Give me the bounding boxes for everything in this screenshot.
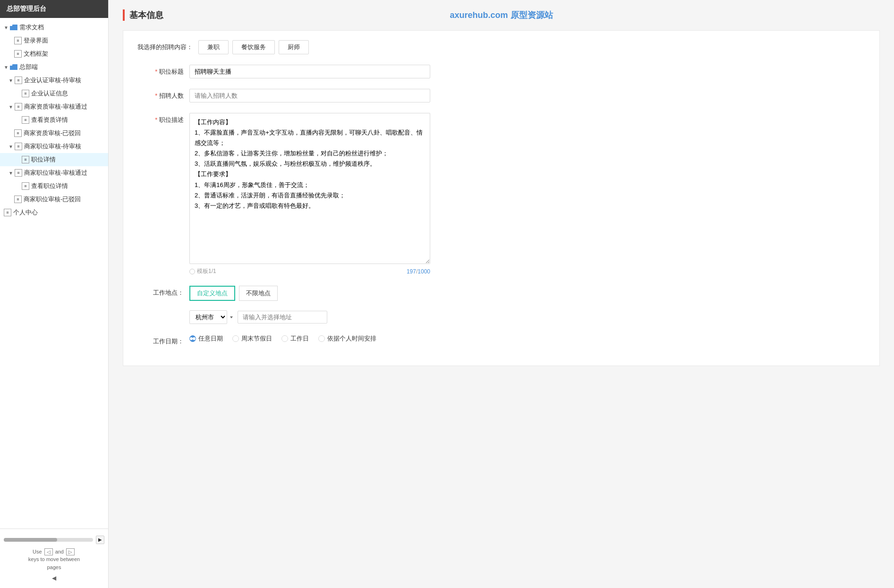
folder-icon bbox=[10, 64, 17, 70]
position-desc-row: 职位描述 【工作内容】 1、不露脸直播，声音互动+文字互动，直播内容无限制，可聊… bbox=[137, 113, 865, 275]
scroll-right-btn[interactable]: ▶ bbox=[96, 536, 104, 544]
radio-any-date-btn[interactable] bbox=[189, 335, 196, 342]
position-title-input[interactable] bbox=[189, 65, 430, 78]
sidebar-item-merchant-pos-audit[interactable]: ▼ ≡ 商家职位审核-待审核 bbox=[0, 140, 108, 153]
position-desc-textarea[interactable]: 【工作内容】 1、不露脸直播，声音互动+文字互动，直播内容无限制，可聊天八卦、唱… bbox=[189, 113, 430, 264]
arrow-icon: ▼ bbox=[9, 104, 13, 110]
work-date-row: 工作日期： 任意日期 周末节假日 工作日 bbox=[137, 334, 865, 346]
page-icon: ≡ bbox=[15, 143, 22, 150]
page-title: 基本信息 bbox=[129, 9, 163, 21]
page-icon: ≡ bbox=[15, 77, 22, 84]
page-header: 基本信息 axurehub.com 原型资源站 bbox=[123, 9, 880, 21]
char-count: 197/1000 bbox=[407, 268, 430, 275]
tag-chef[interactable]: 厨师 bbox=[279, 40, 309, 54]
nav-hint: Use ◁ and ▷ keys to move between pages bbox=[4, 546, 104, 573]
page-icon: ≡ bbox=[14, 196, 22, 203]
work-location-label: 工作地点： bbox=[137, 286, 189, 297]
recruit-count-input[interactable] bbox=[189, 89, 430, 102]
sidebar-item-demand-docs[interactable]: ▼ 需求文档 bbox=[0, 21, 108, 34]
sidebar-item-enterprise-info[interactable]: ≡ 企业认证信息 bbox=[0, 87, 108, 100]
recruit-count-controls bbox=[189, 89, 865, 102]
arrow-icon: ▼ bbox=[4, 25, 9, 30]
sidebar-item-login-page[interactable]: ≡ 登录界面 bbox=[0, 34, 108, 47]
radio-workday-btn[interactable] bbox=[281, 335, 288, 342]
sidebar-item-merchant-qual-audit[interactable]: ▼ ≡ 商家资质审核-审核通过 bbox=[0, 100, 108, 113]
left-arrow-key: ◁ bbox=[44, 548, 53, 555]
template-radio-btn[interactable] bbox=[189, 269, 195, 274]
svg-marker-0 bbox=[230, 316, 233, 318]
main-content: 基本信息 axurehub.com 原型资源站 我选择的招聘内容： 兼职 餐饮服… bbox=[109, 0, 894, 588]
tag-catering[interactable]: 餐饮服务 bbox=[232, 40, 275, 54]
right-arrow-key: ▷ bbox=[66, 548, 75, 555]
recruitment-content-row: 我选择的招聘内容： 兼职 餐饮服务 厨师 bbox=[137, 40, 865, 54]
page-icon: ≡ bbox=[14, 50, 22, 58]
recruitment-content-label: 我选择的招聘内容： bbox=[137, 40, 198, 51]
arrow-icon: ▼ bbox=[4, 65, 9, 70]
radio-weekend-btn[interactable] bbox=[232, 335, 239, 342]
work-location-controls: 自定义地点 不限地点 杭州市 bbox=[189, 286, 865, 324]
scroll-track[interactable] bbox=[4, 538, 93, 542]
folder-icon bbox=[10, 25, 17, 30]
arrow-icon: ▼ bbox=[9, 78, 13, 83]
work-date-label: 工作日期： bbox=[137, 334, 189, 346]
city-select[interactable]: 杭州市 bbox=[189, 310, 227, 324]
template-radio[interactable]: 模板1/1 bbox=[189, 267, 216, 275]
position-title-row: 职位标题 bbox=[137, 65, 865, 78]
radio-workday[interactable]: 工作日 bbox=[281, 334, 309, 343]
page-icon: ≡ bbox=[22, 156, 29, 163]
content-area: 基本信息 axurehub.com 原型资源站 我选择的招聘内容： 兼职 餐饮服… bbox=[109, 0, 894, 588]
textarea-footer: 模板1/1 197/1000 bbox=[189, 267, 430, 275]
sidebar-item-view-pos-detail[interactable]: ≡ 查看职位详情 bbox=[0, 179, 108, 193]
sidebar: 总部管理后台 ▼ 需求文档 ≡ 登录界面 ≡ 文档框架 ▼ 总部端 ▼ ≡ 企业… bbox=[0, 0, 109, 588]
sidebar-item-merchant-qual-rejected[interactable]: ≡ 商家资质审核-已驳回 bbox=[0, 127, 108, 140]
sidebar-item-personal-center[interactable]: ≡ 个人中心 bbox=[0, 206, 108, 219]
sidebar-bottom: ▶ Use ◁ and ▷ keys to move between pages… bbox=[0, 528, 108, 588]
position-desc-controls: 【工作内容】 1、不露脸直播，声音互动+文字互动，直播内容无限制，可聊天八卦、唱… bbox=[189, 113, 865, 275]
radio-any-date[interactable]: 任意日期 bbox=[189, 334, 223, 343]
sidebar-item-view-qual-detail[interactable]: ≡ 查看资质详情 bbox=[0, 113, 108, 127]
sidebar-nav: ▼ 需求文档 ≡ 登录界面 ≡ 文档框架 ▼ 总部端 ▼ ≡ 企业认证审核-待审… bbox=[0, 18, 108, 528]
sidebar-bottom-arrow[interactable]: ◀ bbox=[4, 573, 104, 583]
radio-weekend[interactable]: 周末节假日 bbox=[232, 334, 272, 343]
recruit-count-label: 招聘人数 bbox=[137, 89, 189, 100]
location-btn-group: 自定义地点 不限地点 bbox=[189, 286, 278, 301]
sidebar-item-pos-detail[interactable]: ≡ 职位详情 bbox=[0, 153, 108, 166]
sidebar-title: 总部管理后台 bbox=[0, 0, 108, 18]
recruit-count-row: 招聘人数 bbox=[137, 89, 865, 102]
scrollbar[interactable]: ▶ bbox=[4, 534, 104, 546]
form-section: 我选择的招聘内容： 兼职 餐饮服务 厨师 职位标题 招聘人数 bbox=[123, 30, 880, 366]
custom-location-btn[interactable]: 自定义地点 bbox=[189, 286, 235, 301]
page-icon: ≡ bbox=[22, 116, 29, 124]
unlimited-location-btn[interactable]: 不限地点 bbox=[239, 286, 278, 301]
sidebar-item-doc-framework[interactable]: ≡ 文档框架 bbox=[0, 47, 108, 60]
collapse-arrow-icon[interactable]: ◀ bbox=[52, 575, 56, 581]
page-icon: ≡ bbox=[14, 37, 22, 44]
page-icon: ≡ bbox=[22, 90, 29, 97]
work-date-radio-group: 任意日期 周末节假日 工作日 依据个人时间安排 bbox=[189, 334, 376, 343]
location-address-row: 杭州市 bbox=[189, 310, 327, 324]
arrow-icon: ▼ bbox=[9, 170, 13, 176]
position-title-label: 职位标题 bbox=[137, 65, 189, 76]
watermark: axurehub.com 原型资源站 bbox=[450, 9, 553, 21]
sidebar-item-merchant-pos-rejected[interactable]: ≡ 商家职位审核-已驳回 bbox=[0, 193, 108, 206]
header-bar bbox=[123, 9, 125, 21]
textarea-wrapper: 【工作内容】 1、不露脸直播，声音互动+文字互动，直播内容无限制，可聊天八卦、唱… bbox=[189, 113, 430, 275]
page-icon: ≡ bbox=[22, 182, 29, 190]
radio-custom-time[interactable]: 依据个人时间安排 bbox=[318, 334, 376, 343]
position-desc-label: 职位描述 bbox=[137, 113, 189, 124]
tag-parttime[interactable]: 兼职 bbox=[198, 40, 229, 54]
sidebar-item-enterprise-audit[interactable]: ▼ ≡ 企业认证审核-待审核 bbox=[0, 74, 108, 87]
sidebar-item-merchant-pos-passed[interactable]: ▼ ≡ 商家职位审核-审核通过 bbox=[0, 166, 108, 179]
page-icon: ≡ bbox=[14, 129, 22, 137]
work-date-controls: 任意日期 周末节假日 工作日 依据个人时间安排 bbox=[189, 334, 865, 343]
page-icon: ≡ bbox=[15, 169, 22, 177]
work-location-row: 工作地点： 自定义地点 不限地点 杭州市 bbox=[137, 286, 865, 324]
dropdown-icon bbox=[229, 315, 234, 320]
scroll-thumb bbox=[4, 538, 57, 542]
arrow-icon: ▼ bbox=[9, 144, 13, 149]
sidebar-item-head-office[interactable]: ▼ 总部端 bbox=[0, 60, 108, 74]
radio-custom-time-btn[interactable] bbox=[318, 335, 325, 342]
address-input[interactable] bbox=[238, 311, 327, 324]
position-title-controls bbox=[189, 65, 865, 78]
page-icon: ≡ bbox=[15, 103, 22, 111]
